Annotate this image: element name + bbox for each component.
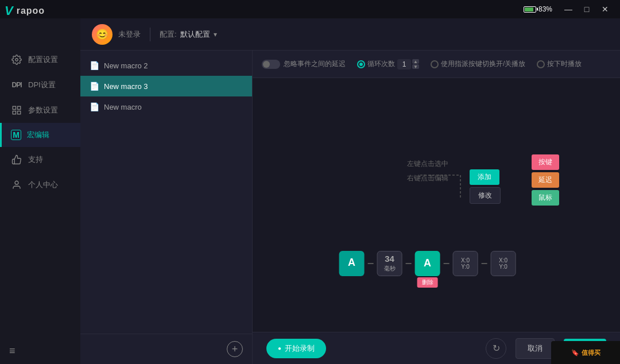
sidebar-item-support[interactable]: 支持 — [0, 147, 80, 172]
press-play-label: 按下时播放 — [547, 59, 582, 69]
macro-list: 📄 New macro 2 📄 New macro 3 📄 New macro — [80, 51, 252, 334]
macro-node-key2[interactable]: A — [415, 251, 440, 276]
expand-icon: ≡ — [9, 345, 16, 357]
modify-action-button[interactable]: 修改 — [470, 187, 501, 204]
svg-point-5 — [15, 181, 18, 184]
macro-item-label: New macro 2 — [104, 61, 148, 70]
header-divider — [150, 28, 150, 41]
right-content: 😊 未登录 配置: 默认配置 ▾ 📄 New macro 2 — [80, 18, 620, 364]
maximize-button[interactable]: □ — [579, 3, 595, 16]
titlebar: V rapoo 83% — □ ✕ — [0, 0, 620, 18]
refresh-button[interactable]: ↻ — [486, 338, 506, 359]
delete-node-button[interactable]: 删除 — [417, 277, 438, 288]
toggle-play-radio[interactable] — [431, 60, 439, 68]
cancel-button[interactable]: 取消 — [516, 338, 555, 359]
loop-count-arrows: ▲ ▼ — [412, 59, 419, 69]
start-record-button[interactable]: 开始录制 — [266, 339, 326, 358]
svg-point-0 — [16, 59, 18, 61]
battery-icon — [524, 6, 536, 13]
macro-item-label-2: New macro — [104, 103, 142, 111]
macro-nodes: A 34 毫秒 — [339, 251, 516, 276]
profile-icon — [11, 179, 22, 191]
main-area: 📄 New macro 2 📄 New macro 3 📄 New macro — [80, 51, 620, 364]
macro-editor-panel: 忽略事件之间的延迟 循环次数 1 ▲ ▼ — [253, 51, 620, 364]
svg-rect-3 — [13, 111, 16, 114]
macro-node-delay[interactable]: 34 毫秒 — [377, 251, 402, 276]
svg-rect-2 — [18, 106, 21, 109]
battery-indicator: 83% — [524, 5, 552, 13]
watermark-icon: 🔖 — [571, 349, 579, 357]
loop-count-radio[interactable] — [357, 60, 365, 68]
key-type-delay-button[interactable]: 延迟 — [532, 172, 559, 188]
hint-line2: 右键点击编辑 — [407, 173, 448, 183]
app-header: 😊 未登录 配置: 默认配置 ▾ — [80, 18, 620, 51]
watermark-text: 值得买 — [582, 348, 600, 357]
loop-count-up[interactable]: ▲ — [412, 59, 419, 64]
macro-icon: M — [11, 130, 21, 140]
macro-item-label-active: New macro 3 — [104, 82, 148, 91]
macro-item-macro2[interactable]: 📄 New macro 2 — [80, 55, 252, 76]
sidebar-label-profile: 个人中心 — [28, 180, 58, 190]
hint-line1: 左键点击选中 — [407, 159, 448, 169]
node-connector-4 — [482, 263, 487, 264]
sidebar-label-macro: 宏编辑 — [27, 130, 49, 140]
key-type-key-button[interactable]: 按键 — [532, 154, 559, 170]
close-button[interactable]: ✕ — [597, 3, 613, 16]
macro-node-key1[interactable]: A — [339, 251, 365, 276]
support-icon — [11, 154, 22, 165]
toggle-play-label: 使用指派按键切换开/关播放 — [441, 59, 525, 69]
press-play-group: 按下时播放 — [537, 59, 582, 69]
sidebar-item-config[interactable]: 配置设置 — [0, 47, 80, 72]
watermark: 🔖 值得买 — [551, 341, 620, 364]
params-icon — [11, 104, 22, 116]
macro-item-macro1[interactable]: 📄 New macro — [80, 96, 252, 117]
sidebar-item-params[interactable]: 参数设置 — [0, 98, 80, 123]
loop-count-label: 循环次数 — [367, 59, 395, 69]
logo-rapoo: rapoo — [17, 6, 45, 16]
sidebar-item-profile[interactable]: 个人中心 — [0, 172, 80, 198]
macro-file-icon-2: 📄 — [90, 102, 99, 111]
sidebar-item-dpi[interactable]: DPI DPI设置 — [0, 72, 80, 98]
macro-item-macro3[interactable]: 📄 New macro 3 — [80, 76, 252, 96]
action-buttons-group: 添加 修改 — [470, 169, 501, 204]
sidebar-label-params: 参数设置 — [28, 105, 58, 115]
macro-node-coord2[interactable]: X:0 Y:0 — [491, 251, 516, 276]
config-dropdown-icon[interactable]: ▾ — [214, 30, 217, 38]
macro-file-icon: 📄 — [90, 61, 99, 70]
add-action-button[interactable]: 添加 — [470, 169, 499, 185]
sidebar-item-macro[interactable]: M 宏编辑 — [0, 123, 80, 147]
sidebar-expand[interactable]: ≡ — [0, 338, 80, 364]
add-macro-button[interactable]: + — [227, 341, 243, 357]
ignore-delay-toggle-group: 忽略事件之间的延迟 — [262, 59, 346, 69]
user-avatar: 😊 — [92, 24, 113, 45]
options-bar: 忽略事件之间的延迟 循环次数 1 ▲ ▼ — [253, 51, 620, 78]
key-type-buttons: 按键 延迟 鼠标 — [532, 154, 559, 206]
svg-rect-4 — [18, 111, 21, 114]
node-connector-2 — [406, 263, 412, 264]
editor-canvas: 左键点击选中 右键点击编辑 添加 修改 — [253, 78, 620, 332]
toggle-play-group: 使用指派按键切换开/关播放 — [431, 59, 525, 69]
macro-list-footer: + — [80, 334, 252, 364]
loop-count-value: 1 — [397, 59, 411, 69]
battery-pct: 83% — [538, 5, 552, 13]
loop-count-group: 循环次数 1 ▲ ▼ — [357, 59, 419, 69]
macro-list-panel: 📄 New macro 2 📄 New macro 3 📄 New macro — [80, 51, 253, 364]
press-play-radio[interactable] — [537, 60, 545, 68]
ignore-delay-toggle[interactable] — [262, 60, 280, 69]
config-icon — [11, 54, 22, 65]
key-type-mouse-button[interactable]: 鼠标 — [532, 190, 559, 206]
logo-area: V rapoo — [5, 3, 45, 18]
sidebar: 配置设置 DPI DPI设置 参数设置 M 宏编辑 — [0, 18, 80, 364]
macro-file-icon-active: 📄 — [90, 82, 99, 91]
macro-node-coord1[interactable]: X:0 Y:0 — [453, 251, 478, 276]
node-connector-3 — [444, 263, 450, 264]
sidebar-label-dpi: DPI设置 — [28, 80, 56, 90]
ignore-delay-label: 忽略事件之间的延迟 — [284, 59, 346, 69]
loop-count-down[interactable]: ▼ — [412, 64, 419, 69]
sidebar-label-config: 配置设置 — [28, 55, 58, 65]
editor-hint: 左键点击选中 右键点击编辑 — [407, 159, 448, 188]
minimize-button[interactable]: — — [560, 3, 576, 16]
dpi-icon: DPI — [11, 79, 22, 91]
config-prefix: 配置: — [160, 29, 177, 40]
config-name: 默认配置 — [180, 29, 210, 40]
